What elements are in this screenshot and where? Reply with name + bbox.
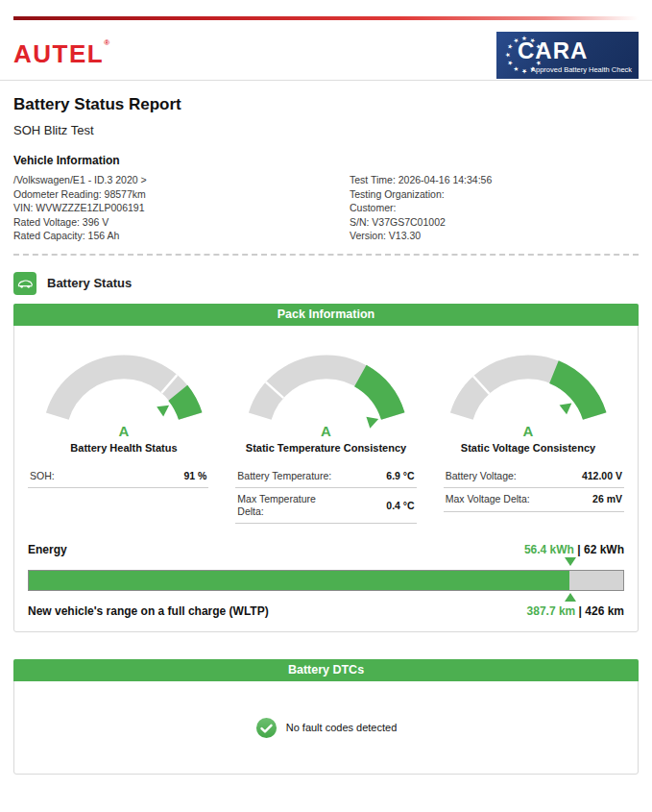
vehicle-model-breadcrumb: /Volkswagen/E1 - ID.3 2020 > bbox=[13, 173, 350, 187]
stats-temperature-column: Battery Temperature: 6.9 °C Max Temperat… bbox=[235, 465, 416, 525]
range-marker-icon bbox=[565, 593, 576, 602]
stat-value: 412.00 V bbox=[582, 470, 622, 481]
vehicle-info-heading: Vehicle Information bbox=[13, 154, 639, 167]
gauge-row: A Battery Health Status A Static Tempera… bbox=[28, 326, 624, 454]
dtc-message: No fault codes detected bbox=[286, 722, 398, 733]
gauge-voltage-consistency: A Static Voltage Consistency bbox=[432, 341, 624, 454]
testing-organization: Testing Organization: bbox=[350, 187, 492, 202]
stat-label: Battery Voltage: bbox=[446, 470, 517, 482]
gauge-label: Static Voltage Consistency bbox=[432, 442, 624, 454]
gauge-label: Battery Health Status bbox=[28, 442, 220, 454]
energy-marker-track bbox=[28, 556, 624, 568]
header-divider bbox=[0, 80, 652, 81]
battery-status-title: Battery Status bbox=[47, 276, 132, 290]
check-circle-icon bbox=[255, 717, 278, 739]
energy-marker-icon bbox=[565, 557, 576, 566]
version: Version: V13.30 bbox=[350, 229, 492, 243]
gauge-label: Static Temperature Consistency bbox=[230, 442, 423, 454]
energy-current: 56.4 kWh bbox=[524, 543, 574, 556]
battery-status-section-header: Battery Status bbox=[13, 272, 639, 295]
stat-value: 26 mV bbox=[592, 493, 622, 504]
stat-label: Max Temperature Delta: bbox=[237, 493, 334, 517]
serial-number: S/N: V37GS7C01002 bbox=[350, 215, 492, 230]
stats-voltage-column: Battery Voltage: 412.00 V Max Voltage De… bbox=[444, 465, 624, 525]
gauge-battery-health: A Battery Health Status bbox=[28, 341, 220, 454]
stat-battery-voltage: Battery Voltage: 412.00 V bbox=[444, 465, 624, 489]
stats-soh-column: SOH: 91 % bbox=[28, 465, 208, 525]
range-value: 387.7 km | 426 km bbox=[527, 604, 624, 618]
car-icon bbox=[13, 272, 36, 295]
stat-battery-temperature: Battery Temperature: 6.9 °C bbox=[235, 465, 416, 489]
rated-voltage: Rated Voltage: 396 V bbox=[13, 215, 350, 230]
energy-bar bbox=[28, 570, 624, 591]
page-subtitle: SOH Blitz Test bbox=[13, 123, 639, 137]
dashed-divider bbox=[13, 254, 639, 256]
range-current: 387.7 km bbox=[527, 604, 576, 618]
range-marker-track bbox=[28, 591, 624, 603]
energy-max: 62 kWh bbox=[584, 543, 624, 556]
vehicle-info-left-column: /Volkswagen/E1 - ID.3 2020 > Odometer Re… bbox=[13, 173, 350, 243]
odometer-reading: Odometer Reading: 98577km bbox=[13, 187, 350, 202]
vehicle-info: /Volkswagen/E1 - ID.3 2020 > Odometer Re… bbox=[13, 173, 639, 243]
energy-section: Energy 56.4 kWh | 62 kWh New vehicle's r… bbox=[28, 543, 624, 618]
cara-title: CARA bbox=[518, 37, 588, 64]
gauge-grade: A bbox=[230, 423, 423, 439]
stat-label: SOH: bbox=[30, 470, 55, 482]
value-separator: | bbox=[574, 543, 584, 556]
battery-dtcs-panel: Battery DTCs No fault codes detected bbox=[13, 659, 639, 775]
gauge-temperature-consistency: A Static Temperature Consistency bbox=[230, 341, 423, 454]
stat-value: 6.9 °C bbox=[386, 470, 414, 481]
dtc-body: No fault codes detected bbox=[14, 681, 638, 774]
customer: Customer: bbox=[350, 201, 492, 215]
energy-label: Energy bbox=[28, 543, 67, 556]
stat-max-temperature-delta: Max Temperature Delta: 0.4 °C bbox=[235, 488, 416, 524]
value-separator: | bbox=[575, 604, 585, 618]
gauge-grade: A bbox=[28, 423, 220, 439]
rated-capacity: Rated Capacity: 156 Ah bbox=[13, 229, 350, 243]
cara-subtitle: Approved Battery Health Check bbox=[531, 65, 632, 74]
stat-value: 91 % bbox=[183, 470, 206, 481]
energy-bar-fill bbox=[29, 571, 569, 590]
range-max: 426 km bbox=[585, 604, 624, 618]
report-header: AUTEL® CARA Approved Battery Health Chec… bbox=[13, 20, 639, 80]
stat-value: 0.4 °C bbox=[386, 500, 414, 511]
test-time: Test Time: 2026-04-16 14:34:56 bbox=[350, 173, 492, 187]
cara-badge: CARA Approved Battery Health Check bbox=[496, 32, 639, 79]
stat-label: Battery Temperature: bbox=[237, 470, 331, 482]
vin: VIN: WVWZZZE1ZLP006191 bbox=[13, 201, 350, 215]
gauge-grade: A bbox=[432, 423, 624, 439]
registered-mark: ® bbox=[104, 38, 109, 47]
autel-logo: AUTEL® bbox=[13, 39, 109, 66]
energy-value: 56.4 kWh | 62 kWh bbox=[524, 543, 624, 556]
battery-dtcs-header: Battery DTCs bbox=[13, 659, 639, 681]
range-label: New vehicle's range on a full charge (WL… bbox=[28, 604, 269, 618]
stats-row: SOH: 91 % Battery Temperature: 6.9 °C Ma… bbox=[28, 465, 624, 525]
pack-information-header: Pack Information bbox=[13, 304, 639, 326]
vehicle-info-right-column: Test Time: 2026-04-16 14:34:56 Testing O… bbox=[350, 173, 492, 243]
pack-information-panel: Pack Information A Battery Health Status… bbox=[13, 304, 639, 633]
stat-soh: SOH: 91 % bbox=[28, 465, 208, 489]
page-title: Battery Status Report bbox=[13, 95, 639, 114]
stat-label: Max Voltage Delta: bbox=[446, 493, 530, 505]
report-page: AUTEL® CARA Approved Battery Health Chec… bbox=[0, 0, 652, 812]
stat-max-voltage-delta: Max Voltage Delta: 26 mV bbox=[444, 488, 624, 512]
